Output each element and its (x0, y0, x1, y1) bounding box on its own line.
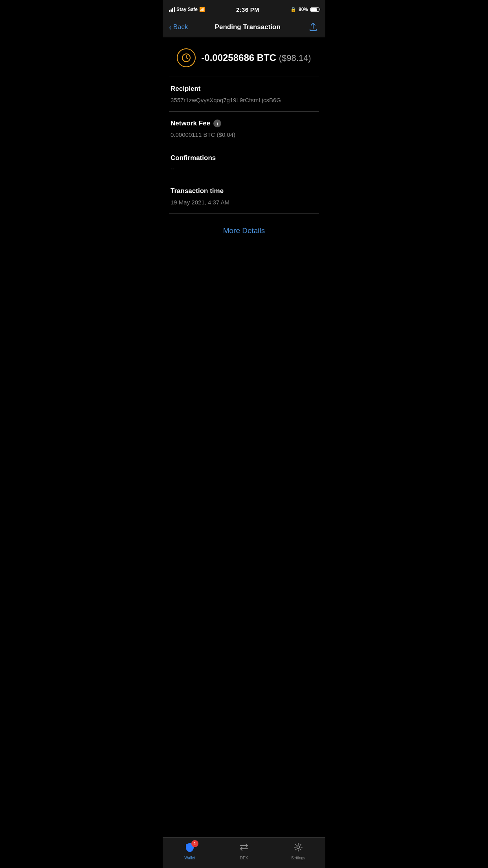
back-button[interactable]: ‹ Back (169, 23, 188, 32)
confirmations-label: Confirmations (171, 154, 317, 162)
status-left: Stay Safe 📶 (169, 7, 205, 12)
transaction-amount: -0.00258686 BTC ($98.14) (201, 52, 311, 63)
status-bar: Stay Safe 📶 2:36 PM 🔒 80% (163, 0, 325, 17)
transaction-time-label: Transaction time (171, 187, 317, 195)
signal-icon (169, 7, 175, 12)
transaction-usd: ($98.14) (279, 53, 311, 63)
confirmations-section: Confirmations -- (163, 146, 325, 179)
share-button[interactable] (307, 21, 319, 33)
recipient-section: Recipient 3557r1zwQvysXqoq7g19L9rCfsmLjc… (163, 77, 325, 111)
transaction-time-section: Transaction time 19 May 2021, 4:37 AM (163, 179, 325, 213)
nav-title: Pending Transaction (215, 23, 281, 31)
pending-clock-icon (177, 48, 196, 67)
recipient-address: 3557r1zwQvysXqoq7g19L9rCfsmLjcsB6G (171, 96, 317, 104)
battery-percent: 80% (299, 7, 308, 12)
share-icon (309, 23, 317, 31)
network-fee-label: Network Fee i (171, 120, 317, 127)
back-chevron-icon: ‹ (169, 23, 172, 32)
battery-icon (310, 7, 319, 12)
status-time: 2:36 PM (236, 6, 259, 13)
network-fee-value: 0.00000111 BTC ($0.04) (171, 131, 317, 139)
network-fee-section: Network Fee i 0.00000111 BTC ($0.04) (163, 112, 325, 146)
lock-icon: 🔒 (290, 7, 296, 12)
more-details-button[interactable]: More Details (217, 223, 272, 238)
back-label: Back (173, 23, 188, 31)
transaction-amount-group: -0.00258686 BTC ($98.14) (201, 52, 311, 63)
more-details-section: More Details (163, 214, 325, 248)
transaction-time-value: 19 May 2021, 4:37 AM (171, 198, 317, 206)
nav-bar: ‹ Back Pending Transaction (163, 17, 325, 37)
status-right: 🔒 80% (290, 7, 319, 12)
carrier-label: Stay Safe (176, 7, 198, 12)
main-content: -0.00258686 BTC ($98.14) Recipient 3557r… (163, 37, 325, 287)
recipient-label: Recipient (171, 85, 317, 93)
wifi-icon: 📶 (199, 7, 205, 12)
confirmations-value: -- (171, 165, 317, 172)
transaction-header: -0.00258686 BTC ($98.14) (163, 37, 325, 77)
info-icon[interactable]: i (213, 120, 221, 127)
